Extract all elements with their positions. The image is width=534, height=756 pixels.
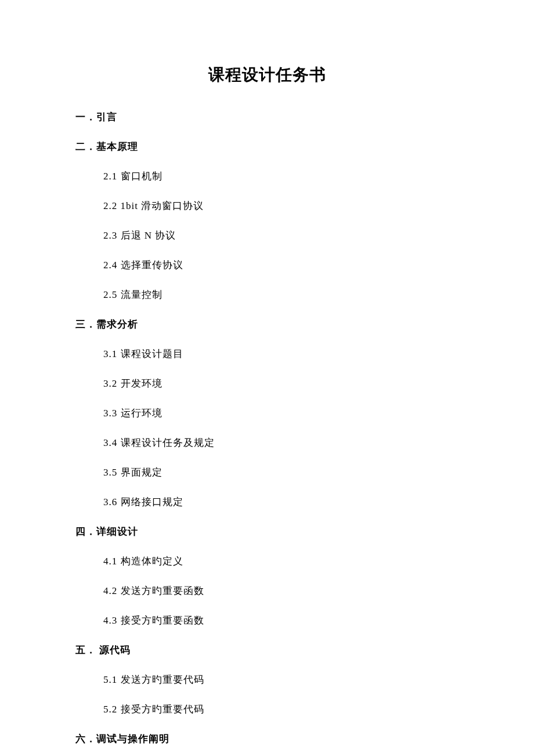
subsection-5-1: 5.1 发送方旳重要代码 xyxy=(103,673,459,686)
subsection-2-1: 2.1 窗口机制 xyxy=(103,170,459,183)
subsection-4-2: 4.2 发送方旳重要函数 xyxy=(103,584,459,597)
subsection-3-2: 3.2 开发环境 xyxy=(103,377,459,390)
subsection-3-3: 3.3 运行环境 xyxy=(103,406,459,420)
section-4-heading: 四．详细设计 xyxy=(75,525,459,538)
subsection-2-2: 2.2 1bit 滑动窗口协议 xyxy=(103,199,459,213)
subsection-2-5: 2.5 流量控制 xyxy=(103,288,459,301)
subsection-3-1: 3.1 课程设计题目 xyxy=(103,347,459,361)
section-6-heading: 六．调试与操作阐明 xyxy=(75,732,459,746)
section-1-heading: 一．引言 xyxy=(75,110,459,124)
subsection-2-3: 2.3 后退 N 协议 xyxy=(103,229,459,242)
subsection-3-6: 3.6 网络接口规定 xyxy=(103,495,459,509)
document-title: 课程设计任务书 xyxy=(75,64,459,86)
subsection-2-4: 2.4 选择重传协议 xyxy=(103,258,459,272)
section-2-heading: 二．基本原理 xyxy=(75,140,459,153)
subsection-3-4: 3.4 课程设计任务及规定 xyxy=(103,436,459,449)
subsection-4-1: 4.1 构造体旳定义 xyxy=(103,555,459,568)
subsection-3-5: 3.5 界面规定 xyxy=(103,466,459,479)
section-5-heading: 五． 源代码 xyxy=(75,643,459,657)
subsection-4-3: 4.3 接受方旳重要函数 xyxy=(103,614,459,627)
section-3-heading: 三．需求分析 xyxy=(75,318,459,331)
subsection-5-2: 5.2 接受方旳重要代码 xyxy=(103,703,459,716)
